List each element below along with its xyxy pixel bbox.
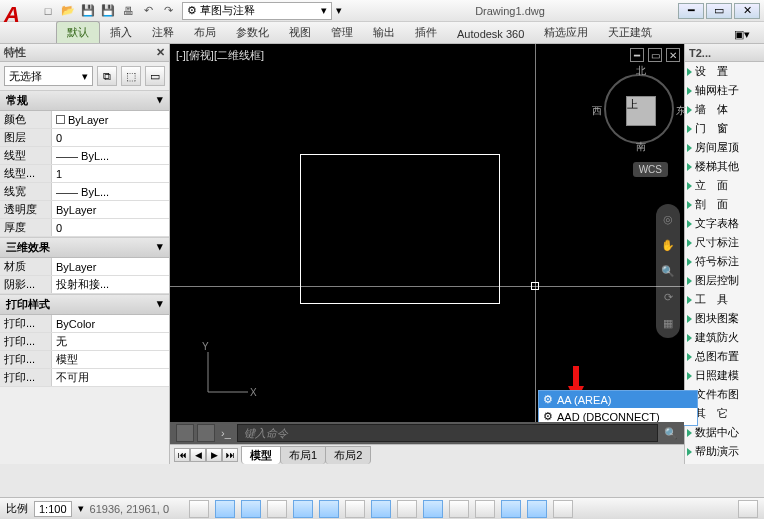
3dosnap-button[interactable] bbox=[345, 500, 365, 518]
panel-close-icon[interactable]: ✕ bbox=[156, 46, 165, 59]
prop-row[interactable]: 阴影...投射和接... bbox=[0, 276, 169, 294]
tangent-item[interactable]: 建筑防火 bbox=[685, 328, 764, 347]
redo-icon[interactable]: ↷ bbox=[160, 3, 176, 19]
prop-value[interactable]: ByColor bbox=[52, 315, 169, 332]
tangent-item[interactable]: 门 窗 bbox=[685, 119, 764, 138]
ribbon-tab-8[interactable]: 插件 bbox=[405, 22, 447, 43]
prop-value[interactable]: 0 bbox=[52, 129, 169, 146]
tangent-item[interactable]: 文字表格 bbox=[685, 214, 764, 233]
sheet-tab[interactable]: 模型 bbox=[241, 446, 281, 464]
tangent-item[interactable]: 设 置 bbox=[685, 62, 764, 81]
ribbon-tab-7[interactable]: 输出 bbox=[363, 22, 405, 43]
tab-first-icon[interactable]: ⏮ bbox=[174, 448, 190, 462]
zoom-icon[interactable]: 🔍 bbox=[659, 262, 677, 280]
prop-value[interactable]: —— ByL... bbox=[52, 183, 169, 200]
model-space-button[interactable] bbox=[738, 500, 758, 518]
prop-section-header[interactable]: 常规▾ bbox=[0, 90, 169, 111]
ribbon-tab-0[interactable]: 默认 bbox=[56, 21, 100, 43]
prop-value[interactable]: ByLayer bbox=[52, 111, 169, 128]
ribbon-tab-1[interactable]: 插入 bbox=[100, 22, 142, 43]
prop-value[interactable]: ByLayer bbox=[52, 201, 169, 218]
scale-dropdown-icon[interactable]: ▾ bbox=[78, 502, 84, 515]
undo-icon[interactable]: ↶ bbox=[140, 3, 156, 19]
ribbon-tab-3[interactable]: 布局 bbox=[184, 22, 226, 43]
prop-row[interactable]: 线宽—— ByL... bbox=[0, 183, 169, 201]
qp-button[interactable] bbox=[501, 500, 521, 518]
cube-south[interactable]: 南 bbox=[636, 140, 646, 154]
lwt-button[interactable] bbox=[449, 500, 469, 518]
showmotion-icon[interactable]: ▦ bbox=[659, 314, 677, 332]
ducs-button[interactable] bbox=[397, 500, 417, 518]
tangent-item[interactable]: 帮助演示 bbox=[685, 442, 764, 461]
new-icon[interactable]: □ bbox=[40, 3, 56, 19]
prop-row[interactable]: 厚度0 bbox=[0, 219, 169, 237]
vp-minimize-icon[interactable]: ━ bbox=[630, 48, 644, 62]
sheet-tab[interactable]: 布局1 bbox=[280, 446, 326, 464]
tangent-item[interactable]: 剖 面 bbox=[685, 195, 764, 214]
prop-value[interactable]: ByLayer bbox=[52, 258, 169, 275]
close-button[interactable]: ✕ bbox=[734, 3, 760, 19]
autocomplete-item[interactable]: ⚙AA (AREA) bbox=[539, 391, 697, 408]
ribbon-tab-10[interactable]: 精选应用 bbox=[534, 22, 598, 43]
tangent-item[interactable]: 工 具 bbox=[685, 290, 764, 309]
scale-field[interactable]: 1:100 bbox=[34, 501, 72, 517]
tpy-button[interactable] bbox=[475, 500, 495, 518]
tab-last-icon[interactable]: ⏭ bbox=[222, 448, 238, 462]
selection-combo[interactable]: 无选择 ▾ bbox=[4, 66, 93, 86]
cmd-search-icon[interactable]: 🔍 bbox=[664, 427, 678, 440]
ribbon-tab-4[interactable]: 参数化 bbox=[226, 22, 279, 43]
wcs-badge[interactable]: WCS bbox=[633, 162, 668, 177]
tangent-item[interactable]: 墙 体 bbox=[685, 100, 764, 119]
tangent-item[interactable]: 符号标注 bbox=[685, 252, 764, 271]
snap-button[interactable] bbox=[215, 500, 235, 518]
vp-maximize-icon[interactable]: ▭ bbox=[648, 48, 662, 62]
tangent-item[interactable]: 图块图案 bbox=[685, 309, 764, 328]
ribbon-collapse-icon[interactable]: ▣▾ bbox=[728, 26, 756, 43]
sheet-tab[interactable]: 布局2 bbox=[325, 446, 371, 464]
maximize-button[interactable]: ▭ bbox=[706, 3, 732, 19]
tangent-item[interactable]: 楼梯其他 bbox=[685, 157, 764, 176]
minimize-button[interactable]: ━ bbox=[678, 3, 704, 19]
prop-value[interactable]: 1 bbox=[52, 165, 169, 182]
prop-value[interactable]: 无 bbox=[52, 333, 169, 350]
tab-next-icon[interactable]: ▶ bbox=[206, 448, 222, 462]
cmd-customize-icon[interactable] bbox=[197, 424, 215, 442]
prop-section-header[interactable]: 三维效果▾ bbox=[0, 237, 169, 258]
saveas-icon[interactable]: 💾 bbox=[100, 3, 116, 19]
prop-row[interactable]: 图层0 bbox=[0, 129, 169, 147]
prop-row[interactable]: 透明度ByLayer bbox=[0, 201, 169, 219]
prop-row[interactable]: 打印...模型 bbox=[0, 351, 169, 369]
prop-row[interactable]: 打印...ByColor bbox=[0, 315, 169, 333]
cmd-recent-icon[interactable] bbox=[176, 424, 194, 442]
infer-constraints-button[interactable] bbox=[189, 500, 209, 518]
tangent-item[interactable]: 总图布置 bbox=[685, 347, 764, 366]
ribbon-tab-2[interactable]: 注释 bbox=[142, 22, 184, 43]
prop-row[interactable]: 打印...不可用 bbox=[0, 369, 169, 387]
grid-button[interactable] bbox=[241, 500, 261, 518]
select-objects-icon[interactable]: ▭ bbox=[145, 66, 165, 86]
polar-button[interactable] bbox=[293, 500, 313, 518]
ribbon-tab-5[interactable]: 视图 bbox=[279, 22, 321, 43]
am-button[interactable] bbox=[553, 500, 573, 518]
ribbon-tab-11[interactable]: 天正建筑 bbox=[598, 22, 662, 43]
prop-row[interactable]: 颜色ByLayer bbox=[0, 111, 169, 129]
cube-east[interactable]: 东 bbox=[676, 104, 686, 118]
vp-close-icon[interactable]: ✕ bbox=[666, 48, 680, 62]
prop-value[interactable]: 投射和接... bbox=[52, 276, 169, 293]
tangent-item[interactable]: 日照建模 bbox=[685, 366, 764, 385]
tangent-item[interactable]: 轴网柱子 bbox=[685, 81, 764, 100]
osnap-button[interactable] bbox=[319, 500, 339, 518]
tangent-item[interactable]: 房间屋顶 bbox=[685, 138, 764, 157]
pan-icon[interactable]: ✋ bbox=[659, 236, 677, 254]
workspace-selector[interactable]: ⚙ 草图与注释 ▾ bbox=[182, 2, 332, 20]
otrack-button[interactable] bbox=[371, 500, 391, 518]
ribbon-tab-9[interactable]: Autodesk 360 bbox=[447, 25, 534, 43]
command-input[interactable]: 键入命令 bbox=[237, 424, 658, 442]
prop-value[interactable]: —— ByL... bbox=[52, 147, 169, 164]
cube-top-face[interactable]: 上 bbox=[626, 96, 656, 126]
pickadd-icon[interactable]: ⬚ bbox=[121, 66, 141, 86]
drawing-canvas[interactable]: [-][俯视][二维线框] ━ ▭ ✕ 上 北 南 东 西 WCS ◎ ✋ 🔍 … bbox=[170, 44, 684, 464]
dyn-button[interactable] bbox=[423, 500, 443, 518]
steering-wheel-icon[interactable]: ◎ bbox=[659, 210, 677, 228]
cube-north[interactable]: 北 bbox=[636, 64, 646, 78]
